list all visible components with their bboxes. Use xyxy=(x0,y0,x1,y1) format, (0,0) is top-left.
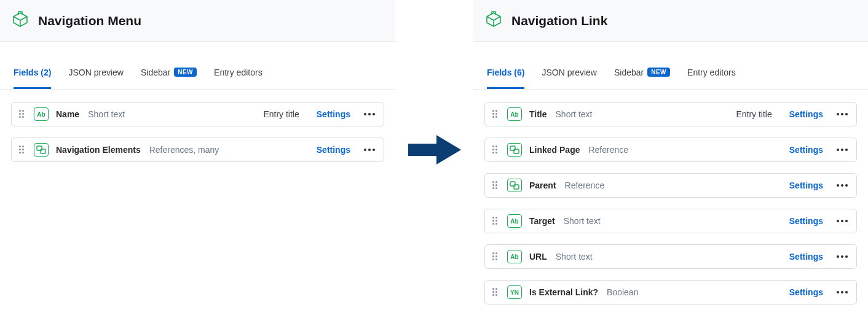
field-row[interactable]: AbTitleShort textEntry titleSettings xyxy=(484,102,857,126)
page-title: Navigation Menu xyxy=(38,14,141,28)
settings-button[interactable]: Settings xyxy=(789,180,823,190)
field-row[interactable]: AbURLShort textSettings xyxy=(484,244,857,269)
drag-handle-icon[interactable] xyxy=(19,145,26,154)
arrow-gap xyxy=(395,0,473,166)
field-name: Navigation Elements xyxy=(56,145,141,155)
text-field-icon: Ab xyxy=(507,250,522,263)
field-type: References, many xyxy=(149,145,219,155)
more-actions-button[interactable] xyxy=(835,113,849,115)
tabs: Fields (2) JSON preview Sidebar NEW Entr… xyxy=(0,55,395,90)
field-name: Name xyxy=(56,109,79,119)
tab-sidebar-label: Sidebar xyxy=(614,68,644,77)
settings-button[interactable]: Settings xyxy=(789,109,823,119)
panel-navigation-link: Navigation Link Fields (6) JSON preview … xyxy=(473,0,868,317)
more-icon xyxy=(837,220,848,222)
panel-navigation-menu: Navigation Menu Fields (2) JSON preview … xyxy=(0,0,395,174)
field-type: Reference xyxy=(565,180,605,190)
field-type: Short text xyxy=(564,216,601,226)
more-actions-button[interactable] xyxy=(363,113,376,115)
field-type: Short text xyxy=(556,252,593,262)
field-row[interactable]: ParentReferenceSettings xyxy=(484,173,857,198)
tab-fields[interactable]: Fields (2) xyxy=(14,55,51,89)
more-actions-button[interactable] xyxy=(835,291,849,293)
field-name: Is External Link? xyxy=(529,287,598,297)
drag-handle-icon[interactable] xyxy=(492,145,500,154)
tab-sidebar[interactable]: Sidebar NEW xyxy=(141,55,197,89)
reference-field-icon xyxy=(507,143,522,157)
more-icon xyxy=(837,113,848,115)
tab-sidebar[interactable]: Sidebar NEW xyxy=(614,55,670,89)
field-type: Short text xyxy=(88,109,125,119)
more-icon xyxy=(837,149,848,151)
settings-button[interactable]: Settings xyxy=(789,287,823,297)
page-title: Navigation Link xyxy=(511,14,607,28)
field-name: URL xyxy=(529,252,547,262)
text-field-icon: Ab xyxy=(34,107,49,121)
field-type: Short text xyxy=(556,109,593,119)
text-field-icon: Ab xyxy=(507,107,522,121)
fields-list: AbTitleShort textEntry titleSettings Lin… xyxy=(473,90,868,317)
svg-rect-1 xyxy=(41,149,45,153)
entry-title-label: Entry title xyxy=(736,109,771,119)
drag-handle-icon[interactable] xyxy=(492,110,500,118)
svg-rect-4 xyxy=(510,182,515,186)
svg-rect-3 xyxy=(514,149,519,153)
drag-handle-icon[interactable] xyxy=(492,181,500,190)
tab-json-preview[interactable]: JSON preview xyxy=(542,55,596,89)
drag-handle-icon[interactable] xyxy=(492,217,500,225)
tab-json-preview[interactable]: JSON preview xyxy=(68,55,123,89)
new-badge: NEW xyxy=(647,68,670,77)
text-field-icon: Ab xyxy=(507,214,522,228)
field-type: Reference xyxy=(588,145,628,155)
settings-button[interactable]: Settings xyxy=(789,216,823,226)
content-type-icon xyxy=(484,10,503,31)
tab-fields[interactable]: Fields (6) xyxy=(487,55,524,89)
field-name: Parent xyxy=(529,180,556,190)
field-row[interactable]: AbTargetShort textSettings xyxy=(484,209,857,233)
field-row[interactable]: YNIs External Link?BooleanSettings xyxy=(484,280,857,304)
more-actions-button[interactable] xyxy=(835,149,849,151)
settings-button[interactable]: Settings xyxy=(789,145,823,155)
content-type-icon xyxy=(11,10,30,31)
more-actions-button[interactable] xyxy=(835,184,849,187)
more-icon xyxy=(837,184,848,187)
header: Navigation Menu xyxy=(0,0,395,42)
settings-button[interactable]: Settings xyxy=(317,109,350,119)
svg-rect-2 xyxy=(510,146,515,150)
settings-button[interactable]: Settings xyxy=(789,252,823,262)
field-row[interactable]: AbNameShort textEntry titleSettings xyxy=(11,102,384,126)
tab-sidebar-label: Sidebar xyxy=(141,68,170,77)
drag-handle-icon[interactable] xyxy=(19,110,26,118)
drag-handle-icon[interactable] xyxy=(492,288,500,297)
field-row[interactable]: Navigation ElementsReferences, manySetti… xyxy=(11,138,384,162)
more-actions-button[interactable] xyxy=(835,255,849,258)
new-badge: NEW xyxy=(174,68,197,77)
field-name: Target xyxy=(529,216,555,226)
arrow-right-icon xyxy=(407,134,462,166)
svg-rect-5 xyxy=(514,185,519,189)
more-actions-button[interactable] xyxy=(835,220,849,222)
reference-field-icon xyxy=(34,143,49,157)
field-name: Title xyxy=(529,109,547,119)
boolean-field-icon: YN xyxy=(507,285,522,299)
tabs: Fields (6) JSON preview Sidebar NEW Entr… xyxy=(473,55,868,90)
tab-entry-editors[interactable]: Entry editors xyxy=(687,55,736,89)
field-type: Boolean xyxy=(607,287,638,297)
drag-handle-icon[interactable] xyxy=(492,252,500,261)
reference-field-icon xyxy=(507,179,522,192)
svg-rect-0 xyxy=(37,146,42,150)
more-icon xyxy=(364,113,375,115)
more-icon xyxy=(837,291,848,293)
tab-entry-editors[interactable]: Entry editors xyxy=(214,55,262,89)
field-row[interactable]: Linked PageReferenceSettings xyxy=(484,138,857,162)
field-name: Linked Page xyxy=(529,145,580,155)
settings-button[interactable]: Settings xyxy=(317,145,350,155)
entry-title-label: Entry title xyxy=(263,109,299,119)
more-icon xyxy=(364,149,375,151)
more-actions-button[interactable] xyxy=(363,149,376,151)
more-icon xyxy=(837,255,848,258)
fields-list: AbNameShort textEntry titleSettings Navi… xyxy=(0,90,395,174)
header: Navigation Link xyxy=(473,0,868,42)
